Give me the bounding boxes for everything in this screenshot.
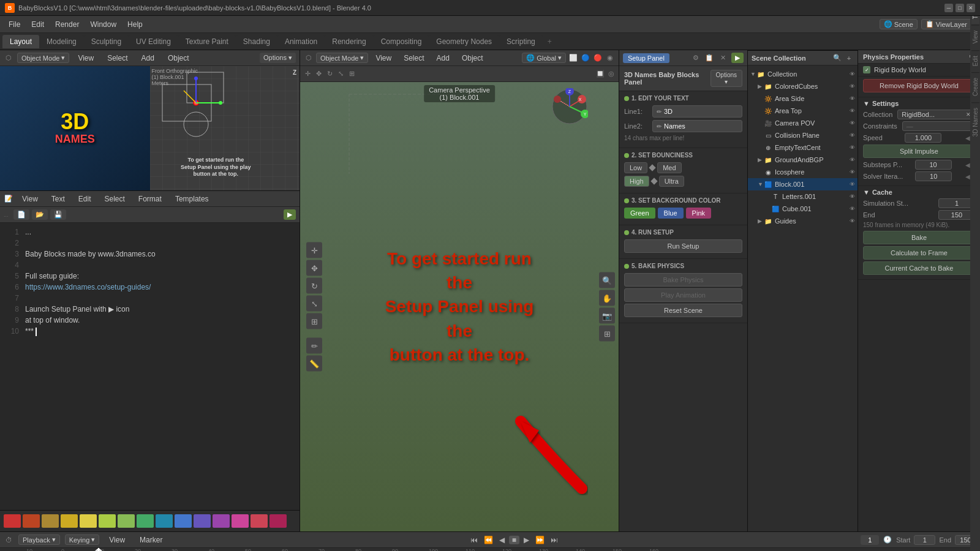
menu-window[interactable]: Window [85,19,121,30]
bake-btn[interactable]: Bake [863,231,975,244]
tree-icosphere[interactable]: ◉ Icosphere 👁 [748,166,858,178]
tree-ground-bgp[interactable]: ▶ 📁 GroundAndBGP 👁 [748,154,858,166]
tab-animation[interactable]: Animation [277,35,325,48]
tree-collision-plane[interactable]: ▭ Collision Plane 👁 [748,129,858,141]
tab-texture-paint[interactable]: Texture Paint [178,35,236,48]
vp-grid-view[interactable]: ⊞ [599,326,615,342]
eye-icon-4[interactable]: 👁 [850,120,855,126]
mv-mode-selector[interactable]: Object Mode ▾ [316,53,368,63]
menu-edit[interactable]: Edit [26,19,49,30]
scene-filter-icon[interactable]: 🔍 [832,53,842,63]
add-workspace-button[interactable]: + [543,35,557,48]
menu-help[interactable]: Help [123,19,148,30]
tab-geometry-nodes[interactable]: Geometry Nodes [429,35,499,48]
menu-render[interactable]: Render [50,19,84,30]
settings-title[interactable]: ▼ Settings [863,100,975,107]
main-vp-content[interactable]: Camera Perspective (1) Block.001 To get … [300,82,619,531]
small-vp-mode-selector[interactable]: Object Mode ▾ [17,53,69,63]
tab-shading[interactable]: Shading [236,35,277,48]
swatch-8[interactable] [137,514,154,528]
eye-icon-10[interactable]: 👁 [850,193,855,200]
tree-collection[interactable]: ▼ 📁 Collection 👁 [748,68,858,80]
swatch-7[interactable] [118,514,135,528]
tool-scale[interactable]: ⤡ [306,296,322,312]
eye-icon-0[interactable]: 👁 [850,71,855,77]
mv-shading-1[interactable]: ⬜ [568,53,578,63]
split-impulse-btn[interactable]: Split Impulse [863,144,975,158]
eye-icon-3[interactable]: 👁 [850,108,855,114]
tab-3dnames[interactable]: 3D Names [971,102,979,141]
rigid-body-world-checkbox[interactable]: ✓ [863,66,870,73]
maximize-button[interactable]: □ [956,4,964,12]
small-vp-options[interactable]: Options ▾ [260,53,296,63]
line2-input[interactable]: ✏ Names [652,120,742,132]
vp-hand[interactable]: ✋ [599,290,615,306]
reset-scene-btn[interactable]: Reset Scene [624,304,742,317]
sp-icon-1[interactable]: ⚙ [691,53,701,63]
small-vp-menu-select[interactable]: Select [102,53,132,64]
swatch-1[interactable] [4,514,21,528]
timeline-content[interactable]: -10 0 10 20 30 40 50 60 70 80 90 100 110… [0,548,980,551]
bounce-high[interactable]: High [624,176,649,187]
swatch-2[interactable] [23,514,40,528]
tree-colored-cubes[interactable]: ▶ 📁 ColoredCubes 👁 [748,80,858,92]
te-menu-edit[interactable]: Edit [74,193,96,204]
tl-play[interactable]: ▶ [522,536,531,544]
bounce-diamond-2[interactable] [650,178,657,184]
tool-annotate[interactable]: ✏ [306,338,322,354]
tool-cursor[interactable]: ✛ [306,242,322,258]
tab-layout[interactable]: Layout [2,35,39,48]
navigation-gizmo[interactable]: X Z Y [551,88,588,125]
collection-value[interactable]: RigidBod... ✕ [897,110,975,119]
eye-icon-5[interactable]: 👁 [850,132,855,138]
te-menu-select[interactable]: Select [100,193,130,204]
mv-menu-object[interactable]: Object [457,53,488,64]
text-editor-content[interactable]: 1 ... 2 3 Baby Blocks made by www.3dname… [0,223,300,340]
eye-icon-11[interactable]: 👁 [850,206,855,212]
eye-icon-1[interactable]: 👁 [850,83,855,89]
tree-block-001[interactable]: ▼ 🟦 Block.001 👁 [748,178,858,190]
swatch-14[interactable] [251,514,268,528]
tree-cube-001[interactable]: 🟦 Cube.001 👁 [748,203,858,215]
tab-edit[interactable]: Edit [971,50,979,71]
mv-tb-transform[interactable]: ⊞ [347,69,356,79]
sp-run-button[interactable]: ▶ [731,53,744,63]
color-green-btn[interactable]: Green [624,208,655,219]
cache-end-value[interactable]: 150 [938,210,975,220]
swatch-13[interactable] [232,514,249,528]
start-frame-input[interactable] [914,535,935,545]
tab-modeling[interactable]: Modeling [39,35,84,48]
solver-value[interactable]: 10 [915,171,952,181]
mv-shading-2[interactable]: 🔵 [581,53,590,63]
te-menu-format[interactable]: Format [134,193,167,204]
small-vp-menu-object[interactable]: Object [163,53,194,64]
swatch-4[interactable] [61,514,78,528]
mv-tb-move[interactable]: ✥ [314,69,323,79]
tab-compositing[interactable]: Compositing [374,35,429,48]
line1-input[interactable]: ✏ 3D [652,105,742,118]
tree-camera-pov[interactable]: 🎥 Camera POV 👁 [748,117,858,129]
tab-rendering[interactable]: Rendering [325,35,373,48]
play-animation-btn[interactable]: Play Animation [624,288,742,302]
swatch-12[interactable] [213,514,230,528]
current-cache-btn[interactable]: Current Cache to Bake [863,261,975,275]
sim-start-value[interactable]: 1 [938,198,975,208]
scene-selector[interactable]: 🌐Scene [880,19,918,29]
run-setup-btn[interactable]: Run Setup [624,239,742,253]
eye-icon-6[interactable]: 👁 [850,144,855,151]
bounce-low[interactable]: Low [624,162,647,173]
viewlayer-selector[interactable]: 📋ViewLayer [921,19,971,29]
mv-transform-selector[interactable]: 🌐 Global ▾ [522,53,566,63]
tree-area-side[interactable]: 🔆 Area Side 👁 [748,92,858,105]
menu-file[interactable]: File [4,19,25,30]
mv-tb-rotate[interactable]: ↻ [325,69,334,79]
mv-menu-add[interactable]: Add [432,53,454,64]
tree-guides[interactable]: ▶ 📁 Guides 👁 [748,215,858,227]
tl-menu-view[interactable]: View [104,534,130,545]
small-viewport[interactable]: ⬡ Object Mode ▾ View Select Add Object O… [0,50,300,191]
tl-jump-end[interactable]: ⏭ [549,536,560,544]
tool-measure[interactable]: 📏 [306,356,322,372]
vp-camera[interactable]: 📷 [599,308,615,324]
te-new-btn[interactable]: 📄 [13,209,29,220]
playback-menu[interactable]: Playback ▾ [18,534,60,545]
